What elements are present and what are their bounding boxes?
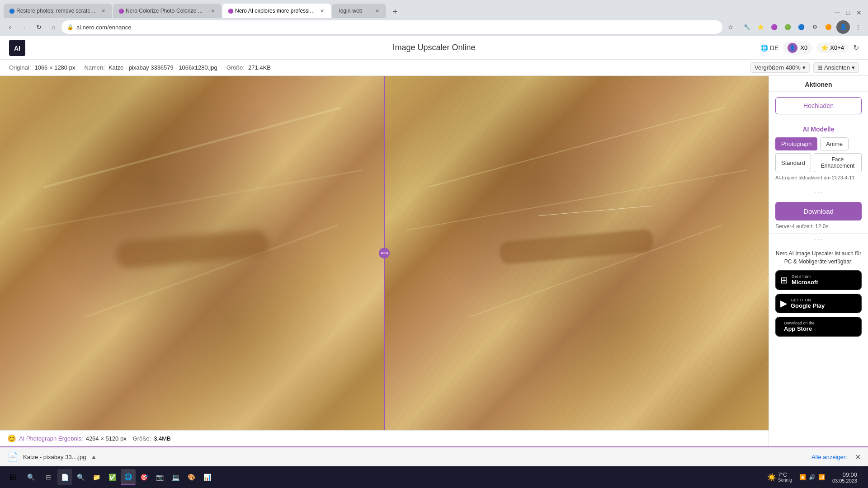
model-face-button[interactable]: Face Enhancement: [814, 153, 862, 172]
header-right: 🌐 DE 👤 X0 ⭐ X0+4 ↻: [760, 41, 859, 55]
info-bar: Original: 1066 × 1280 px Namen: Katze - …: [0, 60, 868, 76]
home-button[interactable]: ⌂: [47, 21, 60, 33]
tray-icon-2[interactable]: 🔊: [808, 473, 816, 481]
show-all-button[interactable]: Alle anzeigen: [811, 454, 847, 460]
back-button[interactable]: ‹: [4, 21, 16, 33]
taskbar-app-7[interactable]: 💻: [168, 469, 183, 485]
taskbar-app-chrome[interactable]: 🌐: [121, 469, 136, 485]
tab-favicon: 🔵: [9, 9, 14, 14]
weather-temp: 7°C: [778, 472, 792, 478]
start-button[interactable]: ⊞: [4, 469, 22, 485]
new-tab-button[interactable]: +: [389, 5, 401, 18]
user-credits[interactable]: ⭐ X0+4: [816, 42, 849, 53]
tab-close-icon[interactable]: ✕: [99, 7, 107, 14]
app-container: AI Image Upscaler Online 🌐 DE 👤 X0 ⭐ X0+…: [0, 36, 868, 446]
close-download-bar-button[interactable]: ✕: [855, 453, 861, 461]
google-play-button[interactable]: ▶ GET IT ON Google Play: [775, 294, 862, 314]
url-bar[interactable]: 🔒 ai.nero.com/enhance: [61, 20, 722, 34]
apps-description: Nero AI Image Upscaler ist auch für PC &…: [775, 249, 862, 266]
close-button[interactable]: ✕: [854, 7, 864, 18]
tab-favicon-2: 🟣: [118, 9, 124, 14]
user-profile-area[interactable]: 👤 X0: [783, 41, 812, 55]
tab-title-3: Nero AI explores more professio...: [235, 8, 316, 14]
sun-icon: ☀️: [767, 473, 776, 482]
search-icon: 🔍: [27, 474, 35, 481]
user-icon: 👤: [788, 43, 797, 53]
google-play-icon: ▶: [780, 298, 787, 309]
tab-nero-ai[interactable]: 🟣 Nero AI explores more professio... ✕: [222, 4, 331, 18]
image-bottom-bar: 😊 AI Photograph Ergebnis: 4264 × 5120 px…: [0, 430, 769, 446]
tab-colorize[interactable]: 🟣 Nero Colorize Photo-Colorize Yo... ✕: [113, 4, 222, 18]
ai-result-label: AI Photograph Ergebnis:: [19, 435, 83, 442]
language-button[interactable]: 🌐 DE: [760, 44, 778, 52]
ext-icon-3[interactable]: 🟣: [768, 21, 780, 33]
ai-result-badge: 😊 AI Photograph Ergebnis: 4264 × 5120 px…: [7, 434, 171, 443]
taskbar-search[interactable]: 🔍: [23, 469, 39, 485]
menu-button[interactable]: ⋮: [852, 21, 864, 33]
download-button[interactable]: Download: [775, 202, 862, 221]
model-photograph-button[interactable]: Photograph: [775, 137, 817, 150]
weather-widget[interactable]: ☀️ 7°C Sonnig: [764, 470, 796, 484]
ext-icon-2[interactable]: ⭐: [754, 21, 767, 33]
view-control[interactable]: ⊞ Ansichten ▾: [813, 62, 859, 73]
download-file-name: Katze - pixabay 33....jpg: [23, 454, 86, 460]
clock-time: 09:00: [832, 471, 857, 478]
taskbar-app-5[interactable]: 🎯: [137, 469, 151, 485]
refresh-credits-button[interactable]: ↻: [853, 43, 859, 52]
sidebar: Aktionen Hochladen AI Modelle Photograph: [769, 76, 868, 446]
tab-close-icon-2[interactable]: ✕: [209, 7, 216, 14]
taskbar-app-8[interactable]: 🎨: [184, 469, 199, 485]
reload-button[interactable]: ↻: [33, 21, 45, 33]
forward-button[interactable]: ›: [18, 21, 31, 33]
ext-icon-4[interactable]: 🟢: [781, 21, 794, 33]
tray-icon-3[interactable]: 📶: [817, 473, 826, 481]
maximize-button[interactable]: □: [843, 7, 854, 18]
tab-restore[interactable]: 🔵 Restore photos: remove scratch... ✕: [4, 4, 112, 18]
spacer-1: • • •: [769, 186, 868, 198]
model-anime-button[interactable]: Anime: [820, 137, 849, 150]
taskbar-app-4[interactable]: ✅: [105, 469, 120, 485]
model-row-2: Standard Face Enhancement: [775, 153, 862, 172]
actions-title: Aktionen: [805, 81, 832, 88]
zoom-control[interactable]: Vergrößern 400% ▾: [750, 62, 810, 73]
ai-models-title: AI Modelle: [775, 126, 862, 133]
ext-icon-7[interactable]: 🟠: [822, 21, 835, 33]
taskbar-app-2[interactable]: 🔍: [73, 469, 88, 485]
bookmark-icon[interactable]: ☆: [724, 21, 737, 33]
tab-close-icon-3[interactable]: ✕: [318, 7, 326, 14]
taskbar-app-3[interactable]: 📁: [89, 469, 104, 485]
comparison-divider[interactable]: ⟺: [384, 76, 385, 430]
clock-date: 03.05.2023: [832, 478, 857, 483]
actions-section: Aktionen: [769, 76, 868, 92]
globe-icon: 🌐: [760, 44, 768, 52]
svg-text:AI: AI: [14, 45, 20, 52]
model-standard-button[interactable]: Standard: [775, 153, 811, 172]
browser-window: 🔵 Restore photos: remove scratch... ✕ 🟣 …: [0, 0, 868, 488]
microsoft-store-button[interactable]: ⊞ Get it from Microsoft: [775, 270, 862, 290]
app-store-button[interactable]: Download on the App Store: [775, 317, 862, 337]
model-row-1: Photograph Anime: [775, 137, 862, 150]
minimize-button[interactable]: ─: [832, 7, 843, 18]
taskbar-app-9[interactable]: 📊: [200, 469, 215, 485]
tab-login[interactable]: login-web ✕: [332, 4, 386, 18]
user-xo: X0: [800, 44, 807, 51]
file-expand-icon[interactable]: ▲: [90, 453, 97, 460]
ext-icon-1[interactable]: 🔧: [741, 21, 753, 33]
server-time: Server-Laufzeit: 12.0s: [775, 223, 862, 230]
tray-icon-1[interactable]: 🔼: [798, 473, 807, 481]
tab-favicon-3: 🟣: [228, 9, 233, 14]
zoom-label: Vergrößern 400%: [755, 64, 801, 71]
taskbar-app-6[interactable]: 📷: [152, 469, 167, 485]
upload-button[interactable]: Hochladen: [775, 97, 862, 114]
ext-icon-5[interactable]: 🔵: [795, 21, 807, 33]
ext-icon-6[interactable]: ⚙: [808, 21, 821, 33]
main-content: ⟺: [0, 76, 868, 446]
url-text: ai.nero.com/enhance: [76, 24, 717, 31]
tab-close-icon-4[interactable]: ✕: [373, 7, 381, 14]
profile-button[interactable]: 👤: [836, 20, 850, 34]
show-desktop-button[interactable]: [862, 469, 864, 485]
task-view-button[interactable]: ⊟: [40, 469, 57, 485]
taskbar-app-1[interactable]: 📄: [57, 469, 72, 485]
system-tray: 🔼 🔊 📶: [797, 473, 828, 481]
clock[interactable]: 09:00 03.05.2023: [829, 469, 861, 485]
